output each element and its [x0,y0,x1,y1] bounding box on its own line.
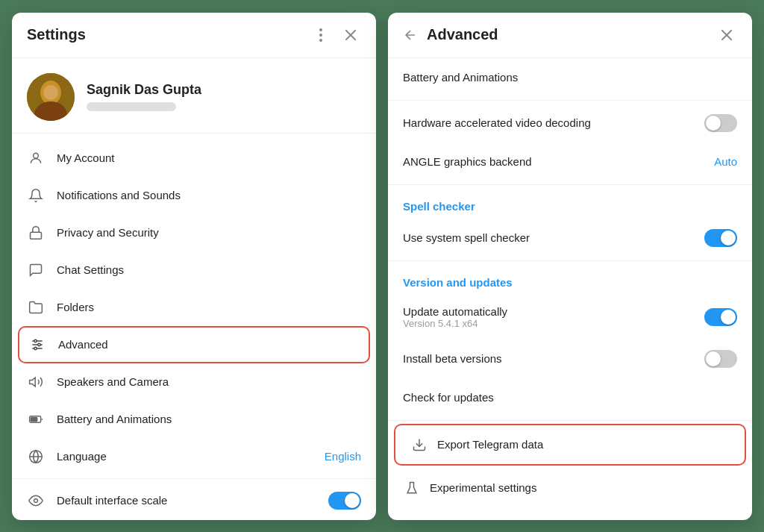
svg-point-1 [319,34,322,37]
svg-point-14 [34,339,37,342]
update-auto-toggle[interactable] [704,308,737,326]
notifications-label: Notifications and Sounds [57,189,361,201]
advanced-header: Advanced [388,13,752,58]
avatar [27,73,75,121]
experimental-label: Experimental settings [430,481,737,494]
menu-item-interface-scale[interactable]: Default interface scale [12,482,376,519]
close-button[interactable] [340,25,361,46]
menu-item-privacy[interactable]: Privacy and Security [12,214,376,251]
menu-item-speakers[interactable]: Speakers and Camera [12,363,376,401]
profile-phone [87,102,176,111]
divider [12,478,376,479]
language-icon [27,448,45,466]
svg-point-0 [319,28,322,31]
update-auto-item[interactable]: Update automatically Version 5.4.1 x64 [388,295,752,339]
svg-rect-19 [31,417,37,421]
angle-item[interactable]: ANGLE graphics backend Auto [388,143,752,181]
profile-section[interactable]: Sagnik Das Gupta [12,58,376,134]
back-button[interactable] [403,28,418,43]
divider-4 [388,420,752,421]
beta-label: Install beta versions [403,352,695,365]
battery-animations-item[interactable]: Battery and Animations [388,58,752,97]
profile-info: Sagnik Das Gupta [87,82,201,111]
battery-label: Battery and Animations [57,413,361,425]
check-updates-label: Check for updates [403,391,737,404]
spell-checker-header: Spell checker [388,188,752,219]
battery-icon [27,410,45,428]
menu-item-notifications[interactable]: Notifications and Sounds [12,177,376,214]
export-label: Export Telegram data [437,438,730,451]
chat-settings-label: Chat Settings [57,263,361,276]
header-icons [310,25,361,46]
hw-accel-item[interactable]: Hardware accelerated video decoding [388,104,752,143]
interface-scale-label: Default interface scale [57,494,316,507]
hw-accel-label: Hardware accelerated video decoding [403,116,695,129]
lock-icon [27,224,45,242]
advanced-panel: Advanced Battery and Animations Hardware… [388,13,752,520]
chat-icon [27,261,45,279]
beta-item[interactable]: Install beta versions [388,339,752,378]
battery-animations-label: Battery and Animations [403,71,737,84]
settings-header: Settings [12,13,376,58]
svg-marker-17 [30,378,36,387]
update-auto-label: Update automatically [403,305,695,318]
advanced-title: Advanced [427,26,707,43]
svg-point-21 [34,498,38,502]
svg-rect-10 [31,232,42,239]
divider-1 [388,100,752,101]
angle-value: Auto [714,155,737,168]
advanced-label: Advanced [58,338,360,351]
export-telegram-item[interactable]: Export Telegram data [394,424,746,466]
flask-icon [403,479,421,497]
menu-item-folders[interactable]: Folders [12,289,376,326]
divider-2 [388,184,752,185]
bell-icon [27,187,45,204]
divider-3 [388,260,752,261]
menu-item-chat-settings[interactable]: Chat Settings [12,251,376,289]
interface-scale-toggle[interactable] [328,492,361,510]
privacy-label: Privacy and Security [57,226,361,239]
svg-point-16 [34,347,37,349]
settings-panel: Settings [12,13,376,520]
svg-point-8 [43,85,58,100]
version-sublabel: Version 5.4.1 x64 [403,318,695,329]
export-icon [410,436,428,454]
beta-toggle[interactable] [704,350,737,368]
settings-title: Settings [27,26,86,43]
svg-point-9 [34,153,39,158]
advanced-content: Battery and Animations Hardware accelera… [388,58,752,520]
language-value: English [325,450,361,463]
advanced-close-button[interactable] [716,25,737,46]
svg-point-2 [319,39,322,42]
hw-accel-toggle[interactable] [704,114,737,132]
language-label: Language [57,450,313,463]
my-account-label: My Account [57,151,361,164]
menu-item-advanced[interactable]: Advanced [18,326,370,363]
eye-icon [27,492,45,510]
person-icon [27,149,45,167]
angle-label: ANGLE graphics backend [403,155,705,168]
folder-icon [27,298,45,316]
spell-checker-label: Use system spell checker [403,231,695,244]
menu-list: My Account Notifications and Sounds Priv… [12,134,376,520]
version-updates-header: Version and updates [388,264,752,295]
experimental-item[interactable]: Experimental settings [388,469,752,507]
menu-item-my-account[interactable]: My Account [12,140,376,177]
menu-item-battery[interactable]: Battery and Animations [12,401,376,438]
speaker-icon [27,373,45,391]
more-options-button[interactable] [310,25,331,46]
spell-checker-toggle[interactable] [704,229,737,247]
speakers-label: Speakers and Camera [57,375,361,388]
check-updates-item[interactable]: Check for updates [388,378,752,417]
profile-name: Sagnik Das Gupta [87,82,201,98]
sliders-icon [28,336,46,354]
update-auto-labels: Update automatically Version 5.4.1 x64 [403,305,695,329]
svg-point-15 [38,343,40,345]
menu-item-language[interactable]: Language English [12,438,376,475]
spell-checker-item[interactable]: Use system spell checker [388,219,752,257]
folders-label: Folders [57,301,361,313]
